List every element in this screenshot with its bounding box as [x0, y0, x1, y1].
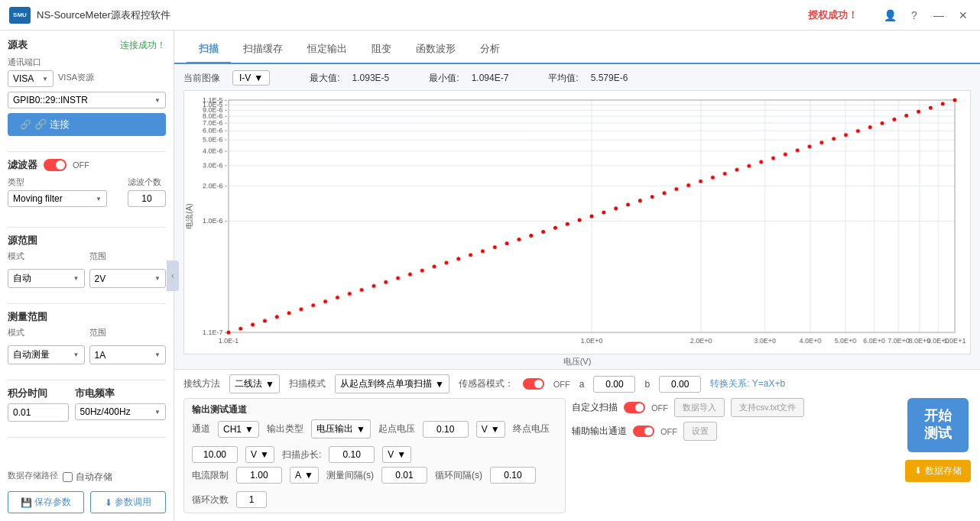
cu-arrow: ▼ [304, 470, 313, 481]
step-unit[interactable]: V ▼ [382, 446, 411, 463]
src-range-select[interactable]: 2V ▼ [89, 269, 167, 288]
min-label: 最小值: [429, 72, 459, 85]
auto-save-checkbox[interactable]: 自动存储 [63, 471, 112, 484]
aux-output-label: 辅助输出通道 [572, 425, 627, 438]
start-test-button[interactable]: 开始测试 [907, 398, 969, 452]
tab-scan[interactable]: 扫描 [187, 36, 231, 64]
meas-range-select[interactable]: 1A ▼ [89, 345, 167, 364]
a-label: a [579, 379, 585, 390]
visa-select[interactable]: VISA ▼ [8, 70, 54, 87]
a-input[interactable] [593, 376, 635, 393]
channel-section: 输出测试通道 通道 CH1 ▼ 输出类型 电压输出 ▼ 起点电压 [183, 398, 566, 513]
tab-analysis[interactable]: 分析 [468, 36, 512, 64]
save-param-button[interactable]: 💾 保存参数 [8, 491, 84, 513]
int-time-input[interactable] [8, 403, 69, 422]
src-mode-select[interactable]: 自动 ▼ [8, 269, 85, 288]
minimize-button[interactable]: — [931, 8, 946, 23]
sidebar-collapse-button[interactable]: ‹ [167, 260, 179, 291]
custom-sweep-toggle[interactable] [624, 402, 645, 413]
x-axis-label: 电压(V) [183, 354, 971, 369]
tab-constant-output[interactable]: 恒定输出 [295, 36, 359, 64]
sidebar: 源表 连接成功！ 通讯端口 VISA ▼ VISA资源 GPIB0::29::I… [0, 31, 174, 521]
tab-waveform[interactable]: 函数波形 [404, 36, 468, 64]
chart-wrapper: 当前图像 I-V ▼ 最大值: 1.093E-5 最小值: 1.094E-7 平… [174, 64, 980, 369]
aux-output-row: 辅助输出通道 OFF 设置 [572, 422, 893, 441]
filter-type-select[interactable]: Moving filter ▼ [8, 190, 107, 207]
stu-arrow: ▼ [397, 449, 406, 460]
arrow-icon2: ▼ [435, 379, 444, 390]
main-layout: 源表 连接成功！ 通讯端口 VISA ▼ VISA资源 GPIB0::29::I… [0, 31, 980, 521]
action-panel: 开始测试 ⬇ 数据存储 [899, 398, 971, 482]
int-time-row: 积分时间 市电频率 50Hz/400Hz ▼ [8, 387, 166, 422]
output-type-label: 输出类型 [267, 422, 303, 435]
step-input[interactable] [329, 446, 375, 463]
src-mode-label: 模式 [8, 251, 85, 262]
meas-range-label: 范围 [89, 327, 167, 338]
filter-title: 滤波器 [8, 158, 37, 172]
comm-port-label: 通讯端口 [8, 57, 166, 68]
filter-toggle[interactable] [44, 159, 67, 171]
tab-bar: 扫描 扫描缓存 恒定输出 阻变 函数波形 分析 [174, 31, 980, 64]
import-button[interactable]: 数据导入 [674, 398, 725, 417]
divider-2 [8, 227, 166, 228]
filter-count-label: 滤波个数 [128, 176, 166, 188]
end-volt-unit[interactable]: V ▼ [245, 446, 274, 463]
tab-resistance[interactable]: 阻变 [359, 36, 404, 64]
filter-toggle-label: OFF [73, 160, 89, 170]
aux-output-toggle[interactable] [633, 426, 654, 437]
meas-mode-select[interactable]: 自动测量 ▼ [8, 345, 85, 364]
min-value: 1.094E-7 [472, 73, 509, 83]
src-range-label: 范围 [89, 251, 167, 262]
source-range-labels: 模式 范围 [8, 251, 166, 264]
start-volt-unit[interactable]: V ▼ [476, 421, 505, 438]
loop-interval-input[interactable] [490, 467, 536, 484]
close-button[interactable]: ✕ [956, 8, 971, 23]
chart-type-select[interactable]: I-V ▼ [232, 70, 270, 86]
tab-scan-buffer[interactable]: 扫描缓存 [231, 36, 295, 64]
curr-limit-input[interactable] [236, 467, 282, 484]
freq-select[interactable]: 50Hz/400Hz ▼ [75, 403, 166, 420]
source-range-title: 源范围 [8, 234, 166, 248]
gpib-select[interactable]: GPIB0::29::INSTR ▼ [8, 92, 166, 108]
storage-path-label: 数据存储路径 [8, 470, 58, 481]
filter-count-input[interactable] [128, 190, 166, 207]
end-volt-input[interactable] [192, 446, 238, 463]
load-param-button[interactable]: ⬇ 参数调用 [90, 491, 167, 513]
arrow-icon: ▼ [265, 379, 274, 390]
scan-mode-select[interactable]: 从起点到终点单项扫描 ▼ [335, 374, 449, 393]
measure-range-section: 测量范围 模式 范围 自动测量 ▼ 1A ▼ [8, 310, 166, 364]
meas-mode-label: 模式 [8, 327, 85, 338]
conn-method-select[interactable]: 二线法 ▼ [229, 374, 280, 393]
start-volt-input[interactable] [423, 421, 469, 438]
setup-button[interactable]: 设置 [683, 422, 717, 441]
filter-controls: 类型 Moving filter ▼ 滤波个数 [8, 176, 166, 207]
bottom-controls: 接线方法 二线法 ▼ 扫描模式 从起点到终点单项扫描 ▼ 传感器模式： OFF … [174, 369, 980, 521]
b-input[interactable] [659, 376, 701, 393]
measure-range-row: 自动测量 ▼ 1A ▼ [8, 345, 166, 364]
auto-save-input[interactable] [63, 472, 73, 482]
sensor-toggle-label: OFF [553, 380, 570, 389]
cs-knob [635, 403, 644, 412]
sensor-knob [534, 380, 543, 388]
save-data-button[interactable]: ⬇ 数据存储 [905, 460, 971, 482]
channel-label: 通道 [192, 422, 210, 435]
sensor-toggle[interactable] [523, 378, 544, 390]
output-type-select[interactable]: 电压输出 ▼ [311, 419, 371, 438]
conn-method-label: 接线方法 [183, 377, 220, 390]
help-icon[interactable]: ? [907, 8, 922, 23]
meas-interval-input[interactable] [381, 467, 427, 484]
user-icon[interactable]: 👤 [882, 8, 897, 23]
chart-canvas [184, 91, 970, 354]
filter-type-label: 类型 [8, 176, 123, 188]
current-image-label: 当前图像 [183, 72, 220, 85]
channel-select[interactable]: CH1 ▼ [218, 421, 259, 438]
loop-count-label: 循环次数 [192, 493, 229, 506]
link-icon: 🔗 [20, 119, 31, 130]
connect-button[interactable]: 🔗 🔗 连接 [8, 113, 166, 136]
loop-count-input[interactable] [236, 491, 267, 508]
path-row: 数据存储路径 自动存储 [8, 470, 166, 484]
sensor-mode-label: 传感器模式： [459, 377, 514, 390]
source-section: 源表 连接成功！ 通讯端口 VISA ▼ VISA资源 GPIB0::29::I… [8, 38, 166, 136]
csv-button: 支持csv.txt文件 [731, 398, 804, 417]
curr-unit[interactable]: A ▼ [290, 467, 319, 484]
